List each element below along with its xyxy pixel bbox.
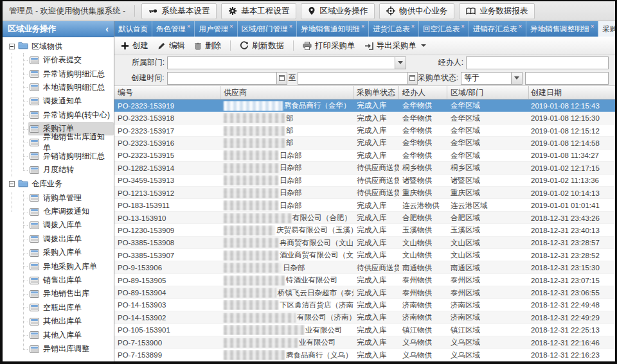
tree-item[interactable]: 采购入库单 bbox=[3, 246, 114, 259]
table-row[interactable]: PO-9-153906日杂部待供应商送货南通物供南通区域2018-12-31 2… bbox=[114, 261, 615, 273]
table-row[interactable]: PO-2323-153917部完成入库金华物供金华区域2019-01-08 12… bbox=[114, 125, 615, 137]
expander-icon[interactable] bbox=[9, 44, 15, 49]
dept-input[interactable] bbox=[168, 57, 395, 69]
print-button[interactable]: 打印采购单 bbox=[303, 40, 355, 51]
tree-item[interactable]: 异常请购单(转中心) bbox=[3, 108, 114, 122]
agent-input[interactable] bbox=[467, 57, 608, 69]
column-header-region[interactable]: 区域/部门 bbox=[447, 86, 529, 99]
table-row[interactable]: PO-3385-153907酒业商贸有限公司（文山）完成入库文山物供文山区域20… bbox=[114, 249, 615, 261]
tree-item[interactable]: 调拨出库单 bbox=[3, 232, 114, 246]
table-row[interactable]: PO-2323-153916部完成入库金华物供金华区域2019-01-08 12… bbox=[114, 137, 615, 149]
tree-item[interactable]: 其他入库单 bbox=[3, 328, 114, 342]
table-row[interactable]: PO-2323-153918部完成入库金华物供金华区域2019-01-08 12… bbox=[114, 112, 615, 124]
table-row[interactable]: PO-1282-153914日杂部待供应商送货桐乡物供桐乡区域2019-01-0… bbox=[114, 162, 615, 174]
status-value-input[interactable] bbox=[526, 73, 608, 84]
calendar-icon[interactable] bbox=[276, 73, 287, 84]
menu-system-settings[interactable]: 系统基本设置 bbox=[141, 3, 217, 19]
table-row[interactable]: PO-13-153910有限公司（合肥）完成入库合肥物供合肥区域2018-12-… bbox=[114, 212, 615, 224]
column-header-supplier[interactable]: 供应商 bbox=[220, 86, 353, 99]
pencil-icon bbox=[157, 42, 166, 50]
delete-button[interactable]: 删除 bbox=[194, 40, 221, 51]
table-row[interactable]: PO-3459-153913日杂部待供应商送货诸暨物供诸暨区域2019-01-0… bbox=[114, 175, 615, 187]
dropdown-arrow-icon[interactable] bbox=[395, 57, 406, 69]
table-row[interactable]: PO-14-153903下区勇清百货店（济南）完成入库济南物供济南区域2018-… bbox=[114, 299, 615, 311]
close-icon[interactable]: × bbox=[411, 23, 415, 30]
tree-folder-0[interactable]: 区域物供 bbox=[3, 39, 114, 53]
collapse-sidebar-icon[interactable]: ‹ bbox=[105, 24, 109, 34]
tree-item[interactable]: 调拨通知单 bbox=[3, 94, 114, 108]
created-to-input[interactable] bbox=[298, 73, 407, 84]
tree-item[interactable]: 请购单管理 bbox=[3, 191, 114, 205]
tree-item[interactable]: 异地采购入库单 bbox=[3, 259, 114, 273]
tree-item[interactable]: 其他出库单 bbox=[3, 315, 114, 328]
dept-combobox[interactable] bbox=[167, 56, 406, 69]
column-header-agent[interactable]: 经办人 bbox=[399, 86, 447, 99]
created-from-input[interactable] bbox=[168, 73, 276, 84]
agent-field[interactable] bbox=[466, 56, 609, 69]
tree-item[interactable]: 空瓶出库单 bbox=[3, 301, 114, 315]
table-row[interactable]: PO-2323-153919腾食品商行（金华）完成入库金华物供金华区域2019-… bbox=[114, 100, 615, 112]
tree-item[interactable]: 调拨入库单 bbox=[3, 218, 114, 232]
table-row[interactable]: PO-7-153899腾食品商行（义乌）完成入库义乌物供义乌区域2018-12-… bbox=[114, 349, 615, 361]
menu-data-reports[interactable]: 业务数据报表 bbox=[459, 3, 535, 19]
table-row[interactable]: PO-14-153902有限公司（济南）完成入库济南物供济南区域2018-12-… bbox=[114, 311, 615, 324]
created-to-datefield[interactable] bbox=[298, 72, 418, 85]
close-icon[interactable]: × bbox=[187, 23, 190, 30]
table-row[interactable]: PO-1213-153912日杂部待供应商送货重庆物供重庆区域2019-01-0… bbox=[114, 187, 615, 199]
menu-label: 物供中心业务 bbox=[399, 6, 447, 17]
column-header-id[interactable]: 编号 bbox=[114, 86, 220, 99]
table-row[interactable]: PO-89-153905特酒业有限公司完成入库泰州物供泰州区域2018-12-3… bbox=[114, 274, 615, 286]
tree-item[interactable]: 异销出库调整 bbox=[3, 342, 114, 356]
menu-project-settings[interactable]: 基本工程设置 bbox=[221, 3, 296, 19]
tab-3[interactable]: 区域/部门管理× bbox=[238, 21, 297, 37]
status-value-field[interactable] bbox=[525, 72, 609, 85]
refresh-button[interactable]: 刷新数据 bbox=[240, 40, 284, 51]
tree-folder-1[interactable]: 仓库业务 bbox=[3, 177, 114, 191]
tree-item[interactable]: 本地请购明细汇总 bbox=[3, 81, 114, 94]
status-op-combobox[interactable] bbox=[461, 72, 523, 85]
expander-icon[interactable] bbox=[9, 181, 15, 187]
close-icon[interactable]: × bbox=[289, 23, 292, 30]
calendar-icon[interactable] bbox=[407, 73, 417, 84]
table-row[interactable]: PO-2323-153915日杂部完成入库金华物供金华区域2019-01-08 … bbox=[114, 150, 615, 162]
menu-region-operations[interactable]: 区域业务操作 bbox=[301, 3, 375, 19]
 bbox=[31, 112, 38, 114]
tab-8[interactable]: 异地销售调整明细× bbox=[526, 21, 598, 37]
tab-1[interactable]: 角色管理× bbox=[152, 21, 195, 37]
tab-9[interactable]: 采购订单× bbox=[598, 21, 615, 37]
close-icon[interactable]: × bbox=[591, 23, 594, 30]
table-row[interactable]: PO-1230-153909庆贸易有限公司（玉溪）完成入库玉溪物供玉溪区域201… bbox=[114, 224, 615, 236]
close-icon[interactable]: × bbox=[229, 23, 233, 30]
close-icon[interactable]: × bbox=[519, 23, 522, 30]
table-row[interactable]: PO-105-153901业有限公司完成入库镇江物供镇江区域2018-12-31… bbox=[114, 324, 615, 336]
table-row[interactable]: PO-89-153904桥镇飞云日杂超市（泰州）完成入库泰州物供泰州区域2018… bbox=[114, 286, 615, 299]
table-row[interactable]: PO-183-153911日杂部完成入库连云港物供连云港区域2019-01-01… bbox=[114, 199, 615, 211]
tree-item[interactable]: 异地销售出库 bbox=[3, 287, 114, 300]
export-button[interactable]: 导出采购单 bbox=[364, 40, 427, 51]
tree-item[interactable]: 异销请购明细汇总 bbox=[3, 150, 114, 163]
created-from-datefield[interactable] bbox=[167, 72, 287, 85]
dropdown-arrow-icon[interactable] bbox=[511, 73, 522, 84]
tree-item[interactable]: 异常请购明细汇总 bbox=[3, 67, 114, 80]
close-icon[interactable]: × bbox=[461, 23, 465, 30]
tab-6[interactable]: 回空汇总表× bbox=[419, 21, 469, 37]
column-header-status[interactable]: 采购单状态 bbox=[353, 86, 399, 99]
tab-5[interactable]: 进货汇总表× bbox=[369, 21, 419, 37]
tree-item[interactable]: 仓库调拨通知 bbox=[3, 205, 114, 218]
tab-4[interactable]: 异地销售通知明细× bbox=[297, 21, 369, 37]
tab-0[interactable]: 默认首页 bbox=[114, 21, 152, 37]
menu-supply-center[interactable]: 物供中心业务 bbox=[379, 3, 454, 19]
column-header-created[interactable]: 创建日期 bbox=[529, 86, 615, 99]
tab-7[interactable]: 进销存汇总表× bbox=[469, 21, 526, 37]
tree-item[interactable]: 评价表提交 bbox=[3, 53, 114, 67]
edit-button[interactable]: 编辑 bbox=[157, 40, 185, 51]
table-row[interactable]: PO-7-153900业有限公司完成入库义乌物供义乌区域2018-12-31 2… bbox=[114, 336, 615, 349]
close-icon[interactable]: × bbox=[361, 23, 364, 30]
table-row[interactable]: PO-3385-153908冉商贸有限公司（文山）完成入库文山物供文山区域201… bbox=[114, 237, 615, 249]
tab-2[interactable]: 用户管理× bbox=[195, 21, 237, 37]
create-button[interactable]: 创建 bbox=[121, 40, 148, 51]
tree-item[interactable]: 异地销售出库通知单 bbox=[3, 135, 114, 149]
status-op-input[interactable] bbox=[461, 73, 511, 84]
tree-item[interactable]: 销售出库单 bbox=[3, 273, 114, 287]
tree-item[interactable]: 月度结转 bbox=[3, 163, 114, 177]
